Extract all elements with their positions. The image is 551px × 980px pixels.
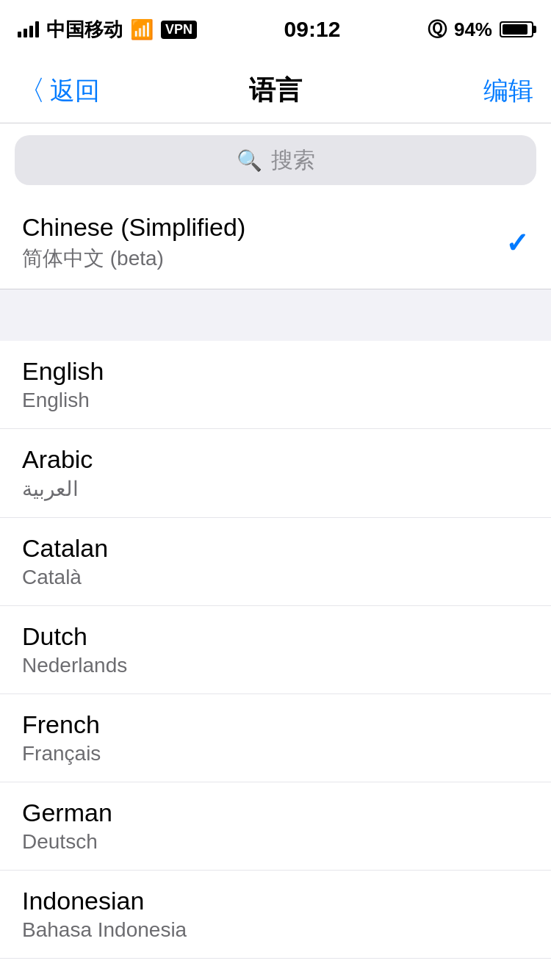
search-icon: 🔍 <box>237 148 262 173</box>
signal-icon <box>18 21 39 37</box>
language-name: Italian <box>22 975 529 980</box>
language-item[interactable]: DutchNederlands <box>0 606 551 694</box>
language-item[interactable]: FrenchFrançais <box>0 694 551 782</box>
chevron-left-icon: 〈 <box>18 76 46 104</box>
vpn-badge: VPN <box>161 21 197 39</box>
back-button[interactable]: 〈 返回 <box>18 74 106 108</box>
selected-language-native: 简体中文 (beta) <box>22 245 245 273</box>
language-name: German <box>22 799 529 827</box>
language-item[interactable]: GermanDeutsch <box>0 782 551 871</box>
language-native: Français <box>22 742 529 765</box>
status-bar: 中国移动 📶 VPN 09:12 Ⓠ 94% <box>0 0 551 59</box>
selected-language-name: Chinese (Simplified) <box>22 213 245 242</box>
language-item[interactable]: ItalianItaliano <box>0 959 551 980</box>
status-right: Ⓠ 94% <box>428 17 533 43</box>
section-spacer <box>0 289 551 341</box>
edit-button[interactable]: 编辑 <box>445 74 533 108</box>
wifi-icon: 📶 <box>130 18 154 41</box>
language-native: Bahasa Indonesia <box>22 918 529 942</box>
language-native: Català <box>22 566 529 589</box>
language-name: Dutch <box>22 622 529 651</box>
status-time: 09:12 <box>284 17 341 42</box>
language-item[interactable]: EnglishEnglish <box>0 341 551 429</box>
language-name: English <box>22 357 529 386</box>
back-label: 返回 <box>50 74 100 108</box>
language-native: Deutsch <box>22 830 529 854</box>
language-item[interactable]: IndonesianBahasa Indonesia <box>0 871 551 959</box>
language-name: French <box>22 710 529 739</box>
selected-language-section: Chinese (Simplified) 简体中文 (beta) ✓ <box>0 197 551 289</box>
status-left: 中国移动 📶 VPN <box>18 17 197 43</box>
language-native: Nederlands <box>22 654 529 677</box>
language-name: Indonesian <box>22 887 529 915</box>
language-name: Arabic <box>22 445 529 474</box>
checkmark-icon: ✓ <box>505 227 529 259</box>
nav-bar: 〈 返回 语言 编辑 <box>0 59 551 123</box>
language-item[interactable]: Arabicالعربية <box>0 429 551 518</box>
battery-percent: 94% <box>454 18 492 41</box>
page-title: 语言 <box>249 73 302 109</box>
search-placeholder: 搜索 <box>271 145 315 176</box>
battery-icon <box>500 21 533 37</box>
language-native: العربية <box>22 477 529 501</box>
language-list: EnglishEnglishArabicالعربيةCatalanCatalà… <box>0 341 551 980</box>
language-name: Catalan <box>22 534 529 563</box>
selected-language-item[interactable]: Chinese (Simplified) 简体中文 (beta) ✓ <box>0 197 551 289</box>
carrier-name: 中国移动 <box>46 17 123 43</box>
search-container: 🔍 搜索 <box>0 123 551 197</box>
selected-language-text: Chinese (Simplified) 简体中文 (beta) <box>22 213 245 273</box>
language-item[interactable]: CatalanCatalà <box>0 518 551 606</box>
location-icon: Ⓠ <box>428 17 447 43</box>
search-bar[interactable]: 🔍 搜索 <box>15 135 536 185</box>
language-native: English <box>22 389 529 412</box>
